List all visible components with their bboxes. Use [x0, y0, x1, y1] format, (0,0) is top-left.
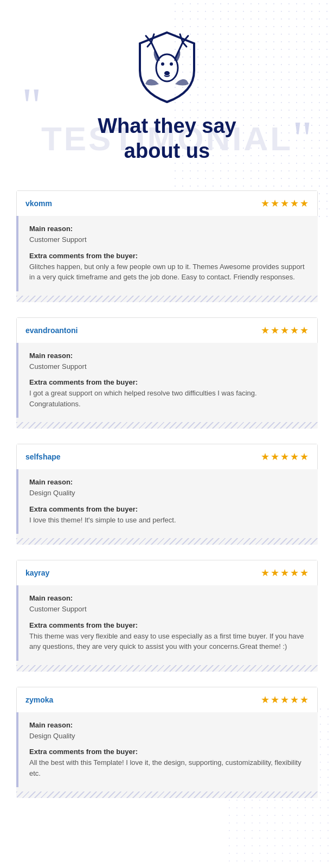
extra-comments-label: Extra comments from the buyer: [29, 621, 307, 629]
extra-comments-field: Extra comments from the buyer: All the b… [29, 748, 307, 778]
main-reason-label: Main reason: [29, 352, 307, 360]
extra-comments-value: This theme was very flexible and easy to… [29, 631, 307, 652]
review-card-5: zymoka ★★★★★ Main reason: Design Quality… [16, 687, 318, 799]
extra-comments-field: Extra comments from the buyer: This them… [29, 621, 307, 652]
extra-comments-label: Extra comments from the buyer: [29, 505, 307, 513]
star-3: ★ [280, 567, 289, 579]
main-reason-field: Main reason: Customer Support [29, 594, 307, 615]
extra-comments-field: Extra comments from the buyer: Glitches … [29, 252, 307, 283]
star-3: ★ [280, 197, 289, 209]
review-body: Main reason: Customer Support Extra comm… [16, 216, 318, 291]
logo [132, 27, 202, 103]
star-4: ★ [290, 451, 299, 463]
star-1: ★ [261, 324, 269, 336]
reviewer-name: zymoka [25, 695, 53, 704]
main-reason-field: Main reason: Design Quality [29, 478, 307, 499]
main-reason-value: Customer Support [29, 361, 307, 372]
main-reason-field: Main reason: Customer Support [29, 352, 307, 372]
card-stripe [16, 422, 318, 429]
review-header: selfshape ★★★★★ [16, 444, 318, 469]
review-body: Main reason: Customer Support Extra comm… [16, 343, 318, 418]
card-stripe [16, 665, 318, 672]
star-1: ★ [261, 694, 269, 706]
star-5: ★ [300, 451, 309, 463]
star-5: ★ [300, 197, 309, 209]
extra-comments-value: All the best with this Template! I love … [29, 757, 307, 778]
card-stripe [16, 792, 318, 798]
star-3: ★ [280, 451, 289, 463]
svg-point-3 [164, 71, 170, 75]
review-card-2: evandroantoni ★★★★★ Main reason: Custome… [16, 317, 318, 429]
review-card-4: kayray ★★★★★ Main reason: Customer Suppo… [16, 560, 318, 672]
hero-title: What they say about us [98, 114, 236, 163]
review-header: evandroantoni ★★★★★ [16, 317, 318, 343]
main-reason-value: Design Quality [29, 488, 307, 499]
review-header: zymoka ★★★★★ [16, 687, 318, 712]
star-1: ★ [261, 567, 269, 579]
svg-line-7 [147, 42, 151, 47]
star-2: ★ [271, 451, 279, 463]
star-1: ★ [261, 451, 269, 463]
extra-comments-label: Extra comments from the buyer: [29, 748, 307, 756]
extra-comments-value: Glitches happen, but only a few people o… [29, 261, 307, 283]
main-reason-label: Main reason: [29, 594, 307, 602]
star-2: ★ [271, 694, 279, 706]
main-reason-value: Customer Support [29, 604, 307, 615]
main-reason-label: Main reason: [29, 225, 307, 233]
star-5: ★ [300, 694, 309, 706]
stars-container: ★★★★★ [261, 324, 309, 336]
quote-mark-right: " [292, 114, 312, 163]
review-body: Main reason: Design Quality Extra commen… [16, 469, 318, 534]
extra-comments-value: I love this theme! It's simple to use an… [29, 515, 307, 526]
star-2: ★ [271, 324, 279, 336]
main-reason-field: Main reason: Customer Support [29, 225, 307, 245]
stars-container: ★★★★★ [261, 567, 309, 579]
star-4: ★ [290, 197, 299, 209]
main-reason-value: Design Quality [29, 731, 307, 742]
star-4: ★ [290, 567, 299, 579]
stars-container: ★★★★★ [261, 451, 309, 463]
star-5: ★ [300, 567, 309, 579]
star-3: ★ [280, 324, 289, 336]
review-card-3: selfshape ★★★★★ Main reason: Design Qual… [16, 444, 318, 545]
reviewer-name: selfshape [25, 452, 61, 461]
review-body: Main reason: Customer Support Extra comm… [16, 585, 318, 661]
svg-line-11 [183, 42, 187, 47]
card-stripe [16, 538, 318, 545]
svg-point-1 [161, 62, 164, 66]
star-4: ★ [290, 694, 299, 706]
review-header: vkomm ★★★★★ [16, 190, 318, 216]
star-5: ★ [300, 324, 309, 336]
stars-container: ★★★★★ [261, 694, 309, 706]
reviews-section: vkomm ★★★★★ Main reason: Customer Suppor… [16, 190, 318, 798]
star-2: ★ [271, 567, 279, 579]
star-2: ★ [271, 197, 279, 209]
hero-section: " " TESTIMONIAL What they say about us [16, 16, 318, 185]
main-reason-label: Main reason: [29, 478, 307, 486]
reviewer-name: evandroantoni [25, 326, 78, 335]
extra-comments-label: Extra comments from the buyer: [29, 378, 307, 386]
star-4: ★ [290, 324, 299, 336]
main-reason-field: Main reason: Design Quality [29, 721, 307, 742]
card-stripe [16, 296, 318, 302]
quote-mark-left: " [22, 81, 42, 130]
reviewer-name: kayray [25, 569, 49, 577]
stars-container: ★★★★★ [261, 197, 309, 209]
svg-point-2 [170, 62, 173, 66]
review-card-1: vkomm ★★★★★ Main reason: Customer Suppor… [16, 190, 318, 302]
extra-comments-field: Extra comments from the buyer: I love th… [29, 505, 307, 526]
extra-comments-label: Extra comments from the buyer: [29, 252, 307, 260]
review-body: Main reason: Design Quality Extra commen… [16, 712, 318, 788]
extra-comments-field: Extra comments from the buyer: I got a g… [29, 378, 307, 409]
reviewer-name: vkomm [25, 199, 52, 208]
star-1: ★ [261, 197, 269, 209]
main-reason-label: Main reason: [29, 721, 307, 729]
main-reason-value: Customer Support [29, 234, 307, 245]
extra-comments-value: I got a great support on which helped re… [29, 388, 307, 409]
review-header: kayray ★★★★★ [16, 560, 318, 585]
star-3: ★ [280, 694, 289, 706]
